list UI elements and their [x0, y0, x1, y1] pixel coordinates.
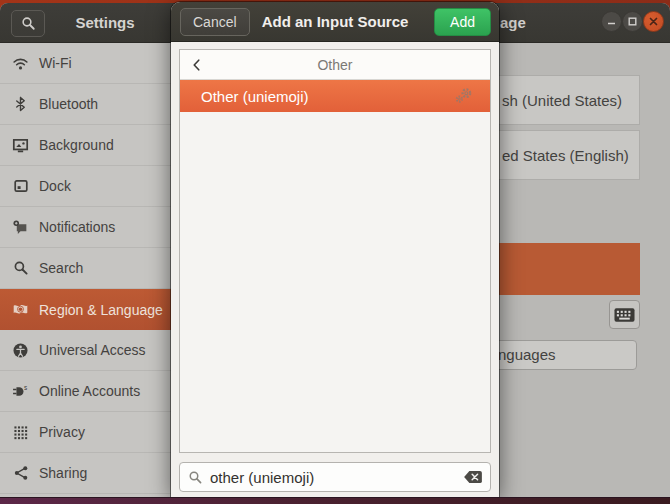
desktop: Settings age — [0, 0, 670, 504]
privacy-icon — [12, 424, 29, 441]
language-row-text: sh (United States) — [502, 92, 622, 109]
sidebar-item-background[interactable]: Background — [0, 125, 171, 166]
sidebar-item-label: Universal Access — [39, 342, 146, 358]
add-input-source-dialog: Add an Input Source Cancel Add Other Oth… — [171, 2, 499, 497]
svg-text:s: s — [24, 383, 27, 390]
input-source-list: Other Other (uniemoji) — [179, 49, 491, 453]
search-icon — [12, 260, 29, 277]
online-accounts-icon: s — [12, 383, 29, 400]
region-language-icon — [12, 301, 29, 318]
sidebar-item-online-accounts[interactable]: s Online Accounts — [0, 371, 171, 412]
sidebar-item-privacy[interactable]: Privacy — [0, 412, 171, 453]
list-item-other-uniemoji[interactable]: Other (uniemoji) — [180, 80, 490, 112]
universal-access-icon — [12, 342, 29, 359]
minimize-icon — [606, 16, 617, 27]
desktop-bottom-edge — [0, 497, 670, 504]
close-icon — [648, 16, 659, 27]
sidebar-item-label: Search — [39, 260, 83, 276]
search-icon — [21, 16, 36, 31]
sidebar-item-region-language[interactable]: Region & Language — [0, 289, 171, 330]
bluetooth-icon — [12, 96, 29, 113]
search-entry — [179, 462, 491, 492]
sidebar-item-dock[interactable]: Dock — [0, 166, 171, 207]
settings-sidebar: Wi-Fi Bluetooth Background Dock — [0, 43, 171, 497]
sidebar-item-label: Notifications — [39, 219, 115, 235]
cancel-button[interactable]: Cancel — [180, 8, 250, 36]
show-keyboard-layout-button[interactable] — [609, 300, 640, 329]
back-button[interactable] — [184, 50, 210, 80]
manage-installed-languages-label: nguages — [498, 340, 556, 370]
clear-search-icon[interactable] — [463, 470, 483, 488]
maximize-icon — [627, 16, 638, 27]
sidebar-item-label: Bluetooth — [39, 96, 98, 112]
search-icon — [188, 470, 203, 489]
sidebar-item-wifi[interactable]: Wi-Fi — [0, 43, 171, 84]
list-item-label: Other (uniemoji) — [201, 88, 309, 105]
add-button[interactable]: Add — [434, 8, 491, 36]
notifications-icon — [12, 219, 29, 236]
dock-icon — [12, 178, 29, 195]
sharing-icon — [12, 465, 29, 482]
app-title: Settings — [40, 3, 170, 43]
wifi-icon — [12, 55, 29, 72]
sidebar-item-label: Sharing — [39, 465, 87, 481]
engine-preferences-icon[interactable] — [454, 87, 473, 109]
sidebar-item-label: Privacy — [39, 424, 85, 440]
sidebar-item-label: Dock — [39, 178, 71, 194]
sidebar-item-label: Wi-Fi — [39, 55, 72, 71]
search-input[interactable] — [210, 464, 460, 490]
sidebar-item-universal-access[interactable]: Universal Access — [0, 330, 171, 371]
sidebar-item-notifications[interactable]: Notifications — [0, 207, 171, 248]
sidebar-item-label: Online Accounts — [39, 383, 140, 399]
group-title: Other — [180, 57, 490, 73]
dialog-headerbar: Add an Input Source Cancel Add — [171, 2, 499, 42]
sidebar-item-sharing[interactable]: Sharing — [0, 453, 171, 494]
formats-row-text: ed States (English) — [502, 147, 629, 164]
close-button[interactable] — [643, 11, 664, 32]
window-title-fragment: age — [500, 3, 526, 43]
sidebar-item-label: Region & Language — [39, 302, 163, 318]
sidebar-item-bluetooth[interactable]: Bluetooth — [0, 84, 171, 125]
sidebar-item-search[interactable]: Search — [0, 248, 171, 289]
sidebar-item-label: Background — [39, 137, 114, 153]
minimize-button[interactable] — [601, 11, 622, 32]
keyboard-icon — [614, 307, 635, 323]
list-header: Other — [180, 50, 490, 80]
maximize-button[interactable] — [622, 11, 643, 32]
background-icon — [12, 137, 29, 154]
chevron-left-icon — [190, 58, 204, 72]
